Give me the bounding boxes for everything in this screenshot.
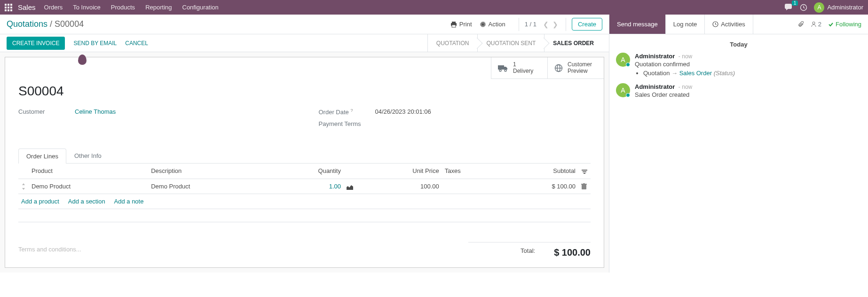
user-name: Administrator bbox=[827, 4, 863, 11]
customer-preview-button[interactable]: CustomerPreview bbox=[547, 57, 604, 79]
user-menu[interactable]: A Administrator bbox=[814, 2, 863, 13]
svg-point-7 bbox=[505, 70, 506, 71]
followers-button[interactable]: 2 bbox=[811, 21, 821, 28]
delete-row-icon[interactable] bbox=[578, 179, 591, 194]
message-author[interactable]: Administrator bbox=[635, 53, 675, 60]
pager[interactable]: 1 / 1 bbox=[525, 21, 537, 28]
nav-reporting[interactable]: Reporting bbox=[145, 4, 172, 11]
col-subtotal[interactable]: Subtotal bbox=[500, 164, 578, 179]
breadcrumb-current: S00004 bbox=[55, 19, 84, 29]
truck-icon bbox=[498, 63, 508, 73]
delivery-stat-button[interactable]: 1Delivery bbox=[491, 57, 547, 79]
svg-point-17 bbox=[813, 22, 815, 24]
print-button[interactable]: Print bbox=[450, 21, 472, 28]
messaging-badge: 1 bbox=[792, 0, 798, 6]
message-author[interactable]: Administrator bbox=[635, 83, 675, 90]
message-body: Sales Order created bbox=[635, 91, 692, 98]
apps-icon[interactable] bbox=[5, 4, 12, 11]
cell-unit-price[interactable]: 100.00 bbox=[356, 179, 442, 194]
status-bar: QUOTATION QUOTATION SENT SALES ORDER bbox=[427, 34, 602, 52]
svg-point-6 bbox=[499, 70, 501, 71]
tab-other-info[interactable]: Other Info bbox=[66, 148, 110, 163]
gear-icon bbox=[480, 21, 486, 28]
table-row[interactable]: Demo Product Demo Product 1.00 100.00 $ … bbox=[18, 179, 591, 194]
col-taxes[interactable]: Taxes bbox=[442, 164, 500, 179]
svg-rect-3 bbox=[452, 25, 456, 27]
nav-configuration[interactable]: Configuration bbox=[182, 4, 219, 11]
add-product-link[interactable]: Add a product bbox=[21, 198, 59, 205]
col-unit-price[interactable]: Unit Price bbox=[356, 164, 442, 179]
svg-rect-1 bbox=[452, 22, 456, 23]
cancel-button[interactable]: CANCEL bbox=[125, 40, 148, 47]
avatar: A bbox=[616, 83, 630, 97]
order-date-label: Order Date ? bbox=[319, 108, 375, 116]
pager-next-icon[interactable]: ❯ bbox=[551, 21, 560, 28]
chatter-day: Today bbox=[616, 41, 861, 48]
following-button[interactable]: Following bbox=[828, 21, 861, 28]
app-brand[interactable]: Sales bbox=[18, 3, 36, 11]
chatter-message: A Administrator - now Sales Order create… bbox=[616, 83, 861, 98]
create-button[interactable]: Create bbox=[572, 18, 602, 31]
send-message-button[interactable]: Send message bbox=[609, 15, 666, 34]
nav-to-invoice[interactable]: To Invoice bbox=[73, 4, 101, 11]
action-button[interactable]: Action bbox=[480, 21, 505, 28]
svg-rect-5 bbox=[498, 65, 504, 70]
cell-quantity[interactable]: 1.00 bbox=[329, 183, 341, 190]
total-value: $ 100.00 bbox=[554, 247, 591, 258]
order-date-value: 04/26/2023 20:01:06 bbox=[375, 108, 431, 116]
svg-rect-13 bbox=[582, 185, 586, 189]
svg-rect-14 bbox=[581, 184, 587, 185]
send-by-email-button[interactable]: SEND BY EMAIL bbox=[73, 40, 117, 47]
customer-value[interactable]: Celine Thomas bbox=[75, 108, 116, 115]
forecast-icon[interactable] bbox=[344, 179, 356, 194]
globe-icon bbox=[554, 63, 563, 73]
breadcrumb: Quotations / S00004 bbox=[7, 19, 84, 29]
clock-icon bbox=[712, 21, 718, 27]
svg-rect-10 bbox=[582, 170, 587, 171]
message-time: - now bbox=[679, 53, 692, 60]
total-label: Total: bbox=[521, 247, 535, 258]
clock-icon[interactable] bbox=[800, 3, 807, 11]
svg-rect-12 bbox=[584, 173, 585, 174]
check-icon bbox=[828, 22, 834, 27]
add-section-link[interactable]: Add a section bbox=[68, 198, 105, 205]
message-body: Quotation confirmed bbox=[635, 61, 735, 68]
activities-button[interactable]: Activities bbox=[705, 15, 753, 34]
order-title: S00004 bbox=[18, 84, 591, 99]
avatar: A bbox=[616, 53, 630, 67]
svg-rect-11 bbox=[583, 171, 586, 172]
col-quantity[interactable]: Quantity bbox=[268, 164, 344, 179]
tab-order-lines[interactable]: Order Lines bbox=[18, 148, 66, 164]
add-note-link[interactable]: Add a note bbox=[114, 198, 144, 205]
customer-label: Customer bbox=[18, 108, 75, 115]
status-quotation-sent[interactable]: QUOTATION SENT bbox=[477, 34, 544, 52]
create-invoice-button[interactable]: CREATE INVOICE bbox=[7, 37, 65, 50]
status-quotation[interactable]: QUOTATION bbox=[427, 34, 478, 52]
cell-description[interactable]: Demo Product bbox=[148, 179, 268, 194]
log-note-button[interactable]: Log note bbox=[666, 15, 705, 34]
tracking-link[interactable]: Sales Order bbox=[679, 70, 712, 77]
attachment-icon[interactable] bbox=[797, 21, 804, 28]
cell-taxes[interactable] bbox=[442, 179, 500, 194]
status-sales-order[interactable]: SALES ORDER bbox=[544, 34, 602, 52]
breadcrumb-root[interactable]: Quotations bbox=[7, 19, 47, 29]
columns-options-icon[interactable] bbox=[578, 164, 591, 179]
nav-orders[interactable]: Orders bbox=[44, 4, 63, 11]
ribbon-decoration bbox=[78, 55, 87, 65]
nav-products[interactable]: Products bbox=[111, 4, 135, 11]
col-description[interactable]: Description bbox=[148, 164, 268, 179]
message-time: - now bbox=[679, 84, 692, 90]
cell-product[interactable]: Demo Product bbox=[29, 179, 148, 194]
svg-rect-15 bbox=[583, 183, 585, 184]
drag-handle-icon[interactable] bbox=[18, 179, 29, 194]
followers-icon bbox=[811, 21, 817, 27]
print-icon bbox=[450, 21, 457, 28]
chatter-message: A Administrator - now Quotation confirme… bbox=[616, 53, 861, 77]
payment-terms-label: Payment Terms bbox=[319, 120, 375, 127]
terms-input[interactable]: Terms and conditions... bbox=[18, 242, 468, 253]
messaging-icon[interactable]: 1 bbox=[785, 3, 793, 11]
pager-prev-icon[interactable]: ❮ bbox=[541, 21, 551, 28]
cell-subtotal: $ 100.00 bbox=[500, 179, 578, 194]
col-product[interactable]: Product bbox=[29, 164, 148, 179]
user-avatar: A bbox=[814, 2, 824, 13]
